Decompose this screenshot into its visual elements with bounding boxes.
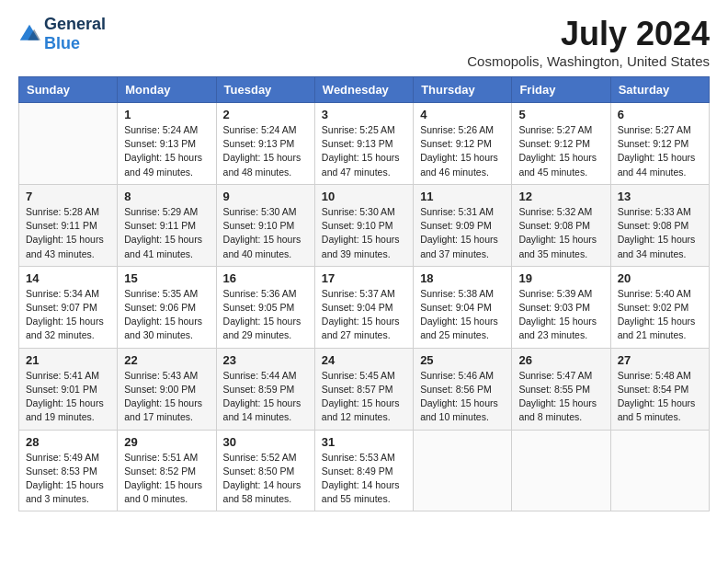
day-info: Sunrise: 5:45 AM Sunset: 8:57 PM Dayligh…	[322, 369, 406, 425]
day-info: Sunrise: 5:47 AM Sunset: 8:55 PM Dayligh…	[518, 369, 603, 425]
day-number: 18	[420, 271, 505, 285]
day-number: 7	[26, 190, 110, 203]
calendar-week-row: 14Sunrise: 5:34 AM Sunset: 9:07 PM Dayli…	[19, 266, 710, 348]
calendar-cell: 5Sunrise: 5:27 AM Sunset: 9:12 PM Daylig…	[512, 103, 610, 185]
day-number: 24	[322, 353, 406, 367]
day-number: 14	[26, 271, 110, 285]
calendar-cell: 31Sunrise: 5:53 AM Sunset: 8:49 PM Dayli…	[314, 430, 413, 511]
day-number: 12	[518, 190, 603, 203]
day-info: Sunrise: 5:29 AM Sunset: 9:11 PM Dayligh…	[124, 205, 209, 261]
day-info: Sunrise: 5:53 AM Sunset: 8:49 PM Dayligh…	[322, 451, 406, 507]
day-number: 5	[518, 108, 603, 121]
day-info: Sunrise: 5:33 AM Sunset: 9:08 PM Dayligh…	[618, 205, 702, 261]
day-info: Sunrise: 5:25 AM Sunset: 9:13 PM Dayligh…	[322, 123, 406, 179]
logo: General Blue	[18, 15, 106, 53]
day-number: 1	[124, 108, 209, 121]
day-info: Sunrise: 5:38 AM Sunset: 9:04 PM Dayligh…	[420, 287, 505, 343]
day-info: Sunrise: 5:52 AM Sunset: 8:50 PM Dayligh…	[223, 451, 308, 507]
calendar-cell	[512, 430, 610, 511]
day-info: Sunrise: 5:27 AM Sunset: 9:12 PM Dayligh…	[518, 123, 603, 179]
day-number: 19	[518, 271, 603, 285]
calendar-cell: 10Sunrise: 5:30 AM Sunset: 9:10 PM Dayli…	[314, 184, 413, 266]
day-number: 9	[223, 190, 308, 203]
day-number: 2	[223, 108, 308, 121]
calendar-week-row: 21Sunrise: 5:41 AM Sunset: 9:01 PM Dayli…	[19, 348, 710, 430]
day-number: 25	[420, 353, 505, 367]
calendar-header-wednesday: Wednesday	[314, 77, 413, 103]
calendar-cell: 16Sunrise: 5:36 AM Sunset: 9:05 PM Dayli…	[216, 266, 314, 348]
calendar-header-tuesday: Tuesday	[216, 77, 314, 103]
logo-icon	[18, 23, 40, 45]
day-info: Sunrise: 5:31 AM Sunset: 9:09 PM Dayligh…	[420, 205, 505, 261]
day-number: 6	[618, 108, 702, 121]
day-info: Sunrise: 5:48 AM Sunset: 8:54 PM Dayligh…	[618, 369, 702, 425]
calendar-cell: 28Sunrise: 5:49 AM Sunset: 8:53 PM Dayli…	[19, 430, 118, 511]
calendar-cell: 9Sunrise: 5:30 AM Sunset: 9:10 PM Daylig…	[216, 184, 314, 266]
calendar-header-sunday: Sunday	[19, 77, 118, 103]
day-info: Sunrise: 5:26 AM Sunset: 9:12 PM Dayligh…	[420, 123, 505, 179]
day-info: Sunrise: 5:36 AM Sunset: 9:05 PM Dayligh…	[223, 287, 308, 343]
day-info: Sunrise: 5:32 AM Sunset: 9:08 PM Dayligh…	[518, 205, 603, 261]
day-info: Sunrise: 5:28 AM Sunset: 9:11 PM Dayligh…	[26, 205, 110, 261]
calendar-week-row: 1Sunrise: 5:24 AM Sunset: 9:13 PM Daylig…	[19, 103, 710, 185]
logo-blue: Blue	[44, 34, 80, 52]
day-info: Sunrise: 5:43 AM Sunset: 9:00 PM Dayligh…	[124, 369, 209, 425]
calendar-cell: 11Sunrise: 5:31 AM Sunset: 9:09 PM Dayli…	[414, 184, 512, 266]
calendar-cell: 6Sunrise: 5:27 AM Sunset: 9:12 PM Daylig…	[610, 103, 709, 185]
calendar-cell: 15Sunrise: 5:35 AM Sunset: 9:06 PM Dayli…	[118, 266, 216, 348]
day-number: 26	[518, 353, 603, 367]
day-number: 28	[26, 435, 110, 449]
calendar-cell	[414, 430, 512, 511]
day-number: 13	[618, 190, 702, 203]
calendar-cell: 14Sunrise: 5:34 AM Sunset: 9:07 PM Dayli…	[19, 266, 118, 348]
calendar-cell: 22Sunrise: 5:43 AM Sunset: 9:00 PM Dayli…	[118, 348, 216, 430]
calendar-cell: 13Sunrise: 5:33 AM Sunset: 9:08 PM Dayli…	[610, 184, 709, 266]
logo-general: General	[44, 15, 106, 33]
day-number: 3	[322, 108, 406, 121]
day-info: Sunrise: 5:49 AM Sunset: 8:53 PM Dayligh…	[26, 451, 110, 507]
logo-text: General Blue	[44, 15, 106, 53]
calendar-cell: 24Sunrise: 5:45 AM Sunset: 8:57 PM Dayli…	[314, 348, 413, 430]
calendar-week-row: 7Sunrise: 5:28 AM Sunset: 9:11 PM Daylig…	[19, 184, 710, 266]
calendar-cell: 3Sunrise: 5:25 AM Sunset: 9:13 PM Daylig…	[314, 103, 413, 185]
calendar-cell: 21Sunrise: 5:41 AM Sunset: 9:01 PM Dayli…	[19, 348, 118, 430]
day-info: Sunrise: 5:37 AM Sunset: 9:04 PM Dayligh…	[322, 287, 406, 343]
calendar-cell: 20Sunrise: 5:40 AM Sunset: 9:02 PM Dayli…	[610, 266, 709, 348]
calendar-cell: 30Sunrise: 5:52 AM Sunset: 8:50 PM Dayli…	[216, 430, 314, 511]
calendar-cell: 8Sunrise: 5:29 AM Sunset: 9:11 PM Daylig…	[118, 184, 216, 266]
day-number: 10	[322, 190, 406, 203]
day-info: Sunrise: 5:27 AM Sunset: 9:12 PM Dayligh…	[618, 123, 702, 179]
calendar-cell: 19Sunrise: 5:39 AM Sunset: 9:03 PM Dayli…	[512, 266, 610, 348]
day-number: 23	[223, 353, 308, 367]
calendar-cell: 25Sunrise: 5:46 AM Sunset: 8:56 PM Dayli…	[414, 348, 512, 430]
day-number: 27	[618, 353, 702, 367]
calendar-cell: 23Sunrise: 5:44 AM Sunset: 8:59 PM Dayli…	[216, 348, 314, 430]
calendar-header-saturday: Saturday	[610, 77, 709, 103]
day-info: Sunrise: 5:34 AM Sunset: 9:07 PM Dayligh…	[26, 287, 110, 343]
day-number: 22	[124, 353, 209, 367]
calendar-cell: 26Sunrise: 5:47 AM Sunset: 8:55 PM Dayli…	[512, 348, 610, 430]
day-info: Sunrise: 5:30 AM Sunset: 9:10 PM Dayligh…	[322, 205, 406, 261]
day-number: 8	[124, 190, 209, 203]
day-info: Sunrise: 5:41 AM Sunset: 9:01 PM Dayligh…	[26, 369, 110, 425]
calendar-cell: 4Sunrise: 5:26 AM Sunset: 9:12 PM Daylig…	[414, 103, 512, 185]
calendar-week-row: 28Sunrise: 5:49 AM Sunset: 8:53 PM Dayli…	[19, 430, 710, 511]
main-title: July 2024	[467, 15, 710, 53]
calendar-cell	[610, 430, 709, 511]
day-info: Sunrise: 5:30 AM Sunset: 9:10 PM Dayligh…	[223, 205, 308, 261]
calendar-header-monday: Monday	[118, 77, 216, 103]
day-number: 17	[322, 271, 406, 285]
day-info: Sunrise: 5:24 AM Sunset: 9:13 PM Dayligh…	[124, 123, 209, 179]
day-info: Sunrise: 5:44 AM Sunset: 8:59 PM Dayligh…	[223, 369, 308, 425]
subtitle: Cosmopolis, Washington, United States	[467, 53, 710, 69]
calendar-cell: 18Sunrise: 5:38 AM Sunset: 9:04 PM Dayli…	[414, 266, 512, 348]
day-info: Sunrise: 5:46 AM Sunset: 8:56 PM Dayligh…	[420, 369, 505, 425]
calendar-cell: 7Sunrise: 5:28 AM Sunset: 9:11 PM Daylig…	[19, 184, 118, 266]
page-header: General Blue July 2024 Cosmopolis, Washi…	[18, 15, 710, 69]
day-info: Sunrise: 5:35 AM Sunset: 9:06 PM Dayligh…	[124, 287, 209, 343]
day-number: 15	[124, 271, 209, 285]
day-number: 16	[223, 271, 308, 285]
day-number: 30	[223, 435, 308, 449]
title-area: July 2024 Cosmopolis, Washington, United…	[467, 15, 710, 69]
day-number: 4	[420, 108, 505, 121]
